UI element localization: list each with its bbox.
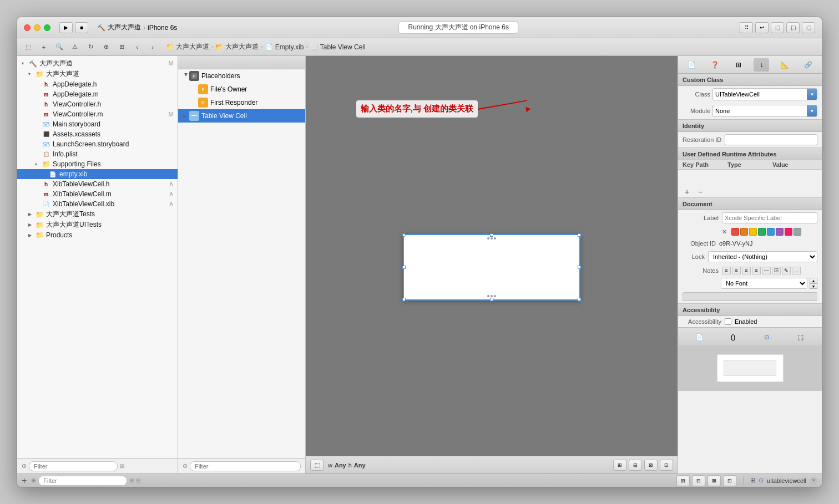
tree-appdelegate-m[interactable]: m AppDelegate.m xyxy=(17,89,178,99)
tree-xib-m[interactable]: m XibTableViewCell.m A xyxy=(17,189,178,199)
ib-canvas[interactable]: 输入类的名字,与 创建的类关联 xyxy=(306,56,678,456)
swatch-gray[interactable] xyxy=(793,228,801,236)
font-size-up[interactable]: ▲ xyxy=(810,278,817,283)
minimize-button[interactable] xyxy=(34,24,41,31)
tree-viewcontroller-h[interactable]: h ViewController.h xyxy=(17,99,178,109)
tree-products[interactable]: ▶ 📁 Products xyxy=(17,230,178,240)
tree-uitests[interactable]: ▶ 📁 大声大声道UITests xyxy=(17,220,178,230)
inspector-toggle[interactable]: ⬚ xyxy=(802,22,815,33)
tree-main-storyboard[interactable]: SB Main.storyboard xyxy=(17,119,178,129)
notes-dash[interactable]: — xyxy=(762,267,771,274)
outline-table-view-cell[interactable]: ▶ Table View Cell xyxy=(178,109,305,123)
swatch-pink[interactable] xyxy=(785,228,792,236)
handle-bm[interactable] xyxy=(490,298,493,301)
close-button[interactable] xyxy=(24,24,31,31)
run-button[interactable]: ▶ xyxy=(59,22,73,33)
accessibility-checkbox[interactable] xyxy=(725,318,731,325)
notes-checkbox[interactable]: ☑ xyxy=(772,267,781,274)
debug-toggle[interactable]: ⬚ xyxy=(786,22,800,33)
class-arrow-btn[interactable]: ▼ xyxy=(807,89,817,100)
ib-align-btn[interactable]: ⊟ xyxy=(629,460,642,471)
tree-launch-storyboard[interactable]: SB LaunchScreen.storyboard xyxy=(17,139,178,149)
tree-empty-xib[interactable]: 📄 empty.xib xyxy=(17,169,178,179)
x-button[interactable]: ✕ xyxy=(722,228,727,236)
tree-viewcontroller-m[interactable]: m ViewController.m M xyxy=(17,109,178,119)
ib-embed-btn[interactable]: ⊡ xyxy=(660,460,673,471)
swatch-red[interactable] xyxy=(731,228,739,236)
back-btn[interactable]: ‹ xyxy=(130,41,144,53)
grid-btn[interactable]: ⊞ xyxy=(115,41,128,53)
outline-placeholders[interactable]: ▶ P Placeholders xyxy=(178,69,305,83)
font-select[interactable]: No Font xyxy=(721,278,807,289)
canvas-table-cell[interactable] xyxy=(403,234,580,301)
view-btn[interactable]: ↩ xyxy=(755,22,769,33)
tree-root[interactable]: ▾ 🔨 大声大声道 M xyxy=(17,58,178,69)
forward-btn[interactable]: › xyxy=(146,41,159,53)
notes-more[interactable]: … xyxy=(792,267,801,274)
add-file-btn[interactable]: + xyxy=(37,41,50,53)
handle-mr[interactable] xyxy=(578,266,581,269)
bottom-tab-target[interactable]: ⊙ xyxy=(759,330,775,344)
bottom-tab-code[interactable]: () xyxy=(725,330,741,344)
outline-filter-input[interactable] xyxy=(190,461,301,471)
bottom-tab-file[interactable]: 📄 xyxy=(691,330,707,344)
more-btn[interactable]: ⊕ xyxy=(99,41,113,53)
lock-select[interactable]: Inherited - (Nothing) xyxy=(708,251,817,262)
bc-folder[interactable]: 大声大声道 xyxy=(225,42,259,52)
notes-align-right[interactable]: ≡ xyxy=(742,267,751,274)
bottom-tab-layout[interactable]: ⬚ xyxy=(793,330,808,344)
tree-appdelegate-h[interactable]: h AppDelegate.h xyxy=(17,79,178,89)
handle-tr[interactable] xyxy=(578,233,581,237)
tree-group-dashen[interactable]: ▾ 📁 大声大声道 xyxy=(17,69,178,79)
tree-info-plist[interactable]: 📋 Info.plist xyxy=(17,149,178,159)
swatch-green[interactable] xyxy=(758,228,766,236)
tree-xib-xib[interactable]: 📄 XibTableViewCell.xib A xyxy=(17,199,178,209)
ib-resolve-btn[interactable]: ⊠ xyxy=(644,460,658,471)
swatch-purple[interactable] xyxy=(776,228,784,236)
notes-align-center[interactable]: ≡ xyxy=(732,267,741,274)
ib-status-btn1[interactable]: ⊞ xyxy=(676,475,690,486)
ib-fit-btn[interactable]: ⬚ xyxy=(310,460,324,471)
navigator-toggle[interactable]: ⬚ xyxy=(771,22,784,33)
handle-br[interactable] xyxy=(578,298,581,301)
restoration-id-input[interactable] xyxy=(725,134,817,145)
swatch-orange[interactable] xyxy=(740,228,748,236)
handle-bl[interactable] xyxy=(402,298,406,301)
tree-tests[interactable]: ▶ 📁 大声大声道Tests xyxy=(17,209,178,220)
insp-tab-size[interactable]: 📐 xyxy=(777,58,792,72)
bc-file[interactable]: Empty.xib xyxy=(275,43,304,51)
tree-supporting-files[interactable]: ▾ 📁 Supporting Files xyxy=(17,159,178,169)
insp-tab-attributes[interactable]: ↓ xyxy=(754,58,769,72)
insp-tab-file[interactable]: 📄 xyxy=(684,58,700,72)
folder-icon[interactable]: ⬚ xyxy=(22,41,35,53)
status-add-btn[interactable]: + xyxy=(22,476,27,486)
module-arrow-btn[interactable]: ▼ xyxy=(807,105,817,116)
status-close-btn[interactable]: ✕ xyxy=(810,477,817,485)
attr-add-btn[interactable]: + xyxy=(683,187,691,196)
nav-filter-input[interactable] xyxy=(29,461,118,471)
font-size-down[interactable]: ▼ xyxy=(810,283,817,289)
maximize-button[interactable] xyxy=(44,24,50,31)
handle-tm[interactable] xyxy=(490,233,493,237)
notes-align-left[interactable]: ≡ xyxy=(722,267,731,274)
ib-pin-btn[interactable]: ⊞ xyxy=(613,460,626,471)
ib-status-btn4[interactable]: ⊡ xyxy=(723,475,736,486)
swatch-yellow[interactable] xyxy=(749,228,757,236)
insp-tab-connections[interactable]: 🔗 xyxy=(800,58,816,72)
ib-status-btn2[interactable]: ⊟ xyxy=(692,475,705,486)
stop-button[interactable]: ■ xyxy=(75,22,88,33)
insp-tab-quick-help[interactable]: ❓ xyxy=(707,58,723,72)
tree-assets[interactable]: ⬛ Assets.xcassets xyxy=(17,129,178,139)
outline-files-owner[interactable]: F File's Owner xyxy=(178,83,305,96)
tree-xib-h[interactable]: h XibTableViewCell.h A xyxy=(17,179,178,189)
handle-tl[interactable] xyxy=(402,233,406,237)
ib-status-btn3[interactable]: ⊠ xyxy=(707,475,721,486)
outline-first-responder[interactable]: R First Responder xyxy=(178,96,305,109)
module-input[interactable] xyxy=(713,105,807,116)
swatch-blue[interactable] xyxy=(767,228,775,236)
notes-edit[interactable]: ✎ xyxy=(782,267,791,274)
status-filter-input[interactable] xyxy=(38,476,127,486)
notes-justify[interactable]: ≡ xyxy=(752,267,761,274)
label-input[interactable] xyxy=(722,212,817,223)
attr-remove-btn[interactable]: − xyxy=(696,187,705,196)
